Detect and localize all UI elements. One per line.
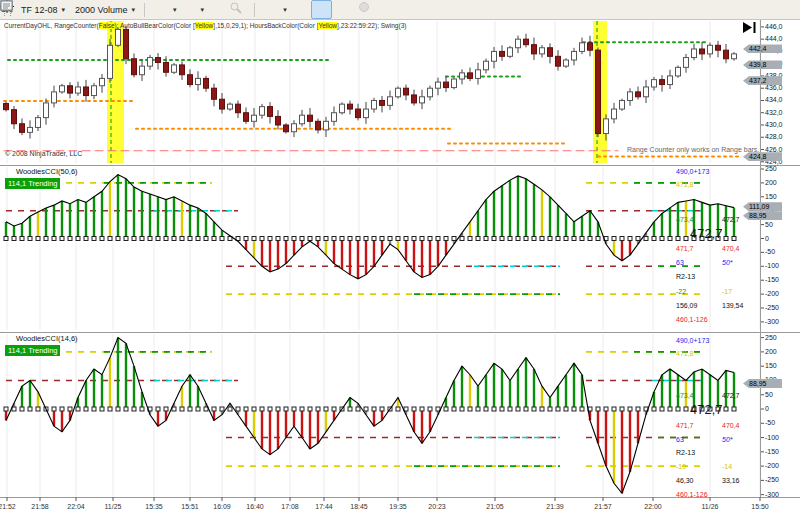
axis-tick-label: 444,0	[765, 35, 783, 42]
time-axis-label: 15:51	[181, 503, 199, 510]
time-axis-label: 21:52	[0, 503, 16, 510]
price-axis-tag: 439,8	[743, 60, 782, 69]
cci-stat-value: 63	[676, 436, 684, 443]
axis-tick-label: 0	[765, 235, 769, 242]
axis-tick-label: -300	[765, 491, 779, 498]
cci-stat-value: 470,4	[722, 245, 740, 252]
cci-line	[6, 338, 734, 494]
time-axis-label: 17:08	[281, 503, 299, 510]
indicator-parameter-line: CurrentDayOHL, RangeCounter(False); Auto…	[4, 22, 406, 29]
cci-stat-value: 50*	[722, 259, 733, 266]
cci-stat-value: 473,4	[676, 216, 694, 223]
cci-histogram	[6, 338, 734, 494]
cci-stat-value: R2-13	[676, 449, 695, 456]
time-axis-label: 22:04	[67, 503, 85, 510]
axis-tick-label: 250	[765, 334, 777, 341]
cci-zero-squares	[4, 237, 736, 241]
axis-tick-label: 0	[765, 405, 769, 412]
time-axis-label: 21:05	[486, 503, 504, 510]
time-axis-label: 21:57	[594, 503, 612, 510]
cci-stat-value: 490,0+173	[676, 168, 709, 175]
time-axis-label: 15:35	[145, 503, 163, 510]
axis-tick-label: 200	[765, 348, 777, 355]
cci-stat-value: 472,7	[722, 216, 740, 223]
range-counter-note: Range Counter only works on Range bars.	[627, 146, 759, 154]
axis-tick-label: -150	[765, 276, 779, 283]
cci-stat-value: R2-13	[676, 273, 695, 280]
cci-stat-value: 63	[676, 259, 684, 266]
play-to-end-icon	[742, 21, 758, 34]
axis-tick-label: -200	[765, 462, 779, 469]
axis-tick-label: 426,0	[765, 146, 783, 153]
axis-tick-label: -100	[765, 434, 779, 441]
axis-tick-label: 50	[765, 391, 773, 398]
price-axis-tag: 424,8	[743, 152, 782, 161]
cci-stat-value: 490,0+173	[676, 337, 709, 344]
cci-stat-value: 46,30	[676, 477, 694, 484]
time-axis-label: 21:58	[31, 503, 49, 510]
cci-zero-squares	[4, 407, 736, 411]
cci-stat-value: 50*	[722, 436, 733, 443]
axis-tick-label: 432,0	[765, 109, 783, 116]
cci-stat-value: 473,4	[676, 392, 694, 399]
axis-tick-label: -200	[765, 290, 779, 297]
cci-stat-value: 472,7	[690, 403, 723, 417]
axis-tick-label: 434,0	[765, 96, 783, 103]
cci-stat-value: 156,09	[676, 302, 697, 309]
time-axis-label: 11/26	[702, 503, 719, 510]
axis-tick-label: 428,0	[765, 133, 783, 140]
cci14-panel-label: WoodiesCCI(14,6)	[16, 335, 78, 343]
highlighted-parameter: Yellow	[318, 22, 337, 29]
cci-axis-tag: 111,09	[743, 202, 782, 211]
time-axis-label: 16:09	[213, 503, 231, 510]
highlighted-parameter: Yellow	[195, 22, 214, 29]
cci-stat-value: 471,8	[676, 350, 694, 357]
cci-stat-value: 471,7	[676, 422, 694, 429]
cci-stat-value: 471,7	[676, 245, 694, 252]
axis-tick-label: 200	[765, 179, 777, 186]
axis-tick-label: -250	[765, 304, 779, 311]
axis-tick-label: 430,0	[765, 121, 783, 128]
highlighted-parameter: False	[99, 22, 115, 29]
axis-tick-label: 250	[765, 165, 777, 172]
cci-stat-value: 460,1-126	[676, 316, 708, 323]
axis-tick-label: -50	[765, 419, 775, 426]
cci14-trend-badge: 114,1 Trending	[5, 345, 60, 356]
price-axis-tag: 437,2	[743, 76, 782, 85]
time-axis-label: 17:44	[315, 503, 333, 510]
cci-stat-value: -14	[722, 463, 732, 470]
time-axis-label: 18:45	[350, 503, 368, 510]
time-axis-label: 11/25	[105, 503, 122, 510]
cci-stat-value: 33,16	[722, 477, 740, 484]
axis-tick-label: 150	[765, 362, 777, 369]
cci-stat-value: 460,1-126	[676, 491, 708, 498]
cci-stat-value: -19	[676, 463, 686, 470]
cci-stat-value: 470,4	[722, 422, 740, 429]
cci-stat-value: -22	[676, 288, 686, 295]
axis-tick-label: -50	[765, 248, 775, 255]
cci50-trend-badge: 114,1 Trending	[5, 178, 60, 189]
cci-stat-value: -17	[722, 288, 732, 295]
time-axis-label: 22:00	[644, 503, 662, 510]
chart-window: TF 12-08 ▾ 2000 Volume ▾ ▾	[0, 0, 800, 519]
session-bands	[107, 21, 607, 163]
cci-line	[6, 175, 734, 279]
parameter-text: ],15,0,29,1); HoursBackColor(Color [	[213, 22, 318, 29]
time-axis-label: 20:23	[428, 503, 446, 510]
time-axis-label: 16:40	[246, 503, 264, 510]
axis-tick-label: -300	[765, 318, 779, 325]
cci50-panel-label: WoodiesCCI(50,6)	[16, 168, 78, 176]
time-axis-label: 15:50	[751, 503, 769, 510]
cci-stat-value: 471,8	[676, 181, 694, 188]
cci-axis-tag: 88,95	[743, 379, 782, 388]
copyright-label: © 2008 NinjaTrader, LLC	[5, 150, 82, 158]
cci-stat-value: 139,54	[722, 302, 743, 309]
axis-tick-label: -150	[765, 448, 779, 455]
axis-tick-label: -100	[765, 262, 779, 269]
axis-tick-label: 150	[765, 193, 777, 200]
cci-axis-tag: 88,95	[743, 211, 782, 220]
time-axis-label: 19:35	[389, 503, 407, 510]
time-axis-label: 21:39	[546, 503, 564, 510]
axis-tick-label: -250	[765, 476, 779, 483]
axis-tick-label: 50	[765, 221, 773, 228]
